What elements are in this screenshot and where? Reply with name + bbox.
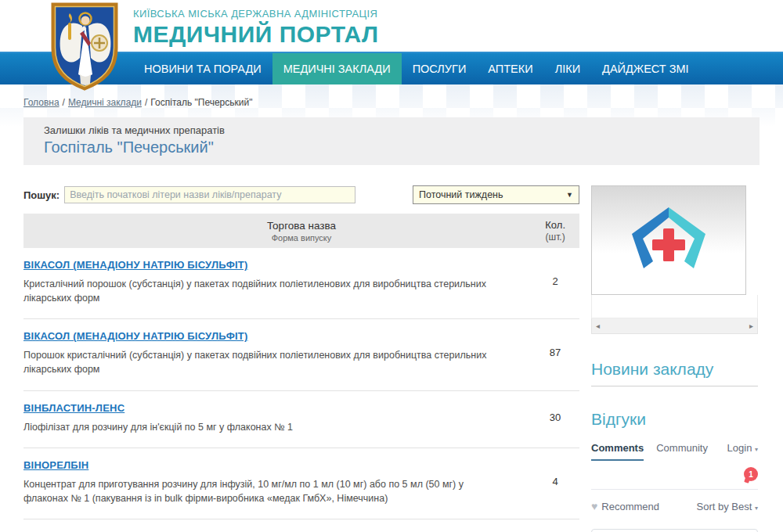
facility-photo [591,185,746,295]
sort-by-menu[interactable]: Sort by Best ▾ [697,501,758,512]
shield-icon [50,2,119,91]
breadcrumb-link-facilities[interactable]: Медичні заклади [68,97,142,108]
col-qty: Кол. [545,219,565,231]
admin-line: КИЇВСЬКА МІСЬКА ДЕРЖАВНА АДМІНІСТРАЦІЯ [133,8,783,20]
drug-list-panel: Пошук: Поточний тиждень ▼ Торгова назва … [23,185,579,532]
table-row: ВІНБЛАСТИН-ЛЕНСЛіофілізат для розчину дл… [23,391,579,448]
nav-item-5[interactable]: ДАЙДЖЕСТ ЗМІ [591,53,700,84]
drug-form: Ліофілізат для розчину для ін'єкцій по 5… [23,420,506,434]
table-header: Торгова назва Форма випуску Кол. (шт.) [23,214,579,248]
carousel-scrollbar[interactable]: ◂ ▸ [591,318,758,334]
nav-item-1[interactable]: МЕДИЧНІ ЗАКЛАДИ [272,53,402,84]
period-select-value: Поточний тиждень [419,189,503,200]
drug-qty: 87 [536,329,579,376]
col-release-form: Форма випуску [267,233,336,243]
chevron-down-icon: ▾ [755,505,758,512]
divider [591,386,758,386]
chevron-down-icon: ▼ [566,191,573,199]
nav-item-0[interactable]: НОВИНИ ТА ПОРАДИ [133,53,272,84]
news-heading: Новини закладу [591,360,758,379]
search-input[interactable] [64,186,355,203]
page-subtitle: Залишки ліків та медичних препаратів [44,124,739,136]
carousel-caption [591,295,758,318]
content: Головна/Медичні заклади/Госпіталь "Печер… [0,84,783,532]
drug-form: Кристалічний порошок (субстанція) у паке… [23,277,506,305]
col-qty-units: (шт.) [545,232,565,243]
carousel-next-icon[interactable]: ▸ [749,322,753,330]
drug-table-body: ВІКАСОЛ (МЕНАДІОНУ НАТРІЮ БІСУЛЬФІТ)Крис… [23,248,579,532]
kyiv-coat-of-arms-logo[interactable] [50,2,119,91]
breadcrumb-separator: / [145,97,147,108]
drug-link[interactable]: ВІКАСОЛ (МЕНАДІОНУ НАТРІЮ БІСУЛЬФІТ) [23,330,248,342]
drug-link[interactable]: ВІНОРЕЛБІН [23,459,88,471]
search-label: Пошук: [23,189,60,201]
table-row: ВІТОПРИЛ®Таблетки по 5 мг № 30 (10х3) у … [23,519,579,532]
breadcrumb: Головна/Медичні заклади/Госпіталь "Печер… [23,97,760,108]
table-row: ВІКАСОЛ (МЕНАДІОНУ НАТРІЮ БІСУЛЬФІТ)Крис… [23,248,579,319]
drug-qty: 30 [536,401,579,434]
page-title: Госпіталь "Печерський" [44,138,739,156]
breadcrumb-separator: / [63,97,65,108]
breadcrumb-current: Госпіталь "Печерський" [150,97,252,108]
col-trade-name: Торгова назва [267,220,336,232]
chevron-down-icon: ▾ [755,446,758,453]
search-row: Пошук: Поточний тиждень ▼ [23,185,579,204]
drug-link[interactable]: ВІНБЛАСТИН-ЛЕНС [23,402,124,414]
page: КИЇВСЬКА МІСЬКА ДЕРЖАВНА АДМІНІСТРАЦІЯ М… [0,0,783,532]
nav-item-4[interactable]: ЛІКИ [544,53,591,84]
comment-count-badge[interactable]: 1 [744,467,758,481]
disqus-actions: ♥Recommend Sort by Best ▾ [591,489,758,512]
heart-icon: ♥ [591,500,597,512]
nav-item-3[interactable]: АПТЕКИ [477,53,543,84]
carousel-prev-icon[interactable]: ◂ [596,322,600,330]
recommend-button[interactable]: ♥Recommend [591,500,659,512]
drug-qty: 4 [536,458,579,505]
drug-qty: 2 [536,257,579,305]
hospital-pentagon-cross-logo [621,204,716,276]
sidebar: ◂ ▸ Новини закладу Відгуки Comments Comm… [591,185,758,532]
reviews-heading: Відгуки [591,410,758,429]
table-row: ВІКАСОЛ (МЕНАДІОНУ НАТРІЮ БІСУЛЬФІТ)Поро… [23,319,579,390]
drug-form: Концентрат для приготування розчину для … [23,477,506,505]
tab-community[interactable]: Community [656,442,708,454]
tab-comments[interactable]: Comments [591,442,644,461]
disqus-tabs: Comments Community Login ▾ [591,442,758,461]
drug-link[interactable]: ВІКАСОЛ (МЕНАДІОНУ НАТРІЮ БІСУЛЬФІТ) [23,259,248,271]
login-menu[interactable]: Login ▾ [727,442,758,454]
breadcrumb-link-home[interactable]: Головна [23,97,60,108]
portal-title: МЕДИЧНИЙ ПОРТАЛ [133,21,783,48]
drug-qty: 5 [536,529,579,532]
badge-row: 1 [591,467,758,481]
period-select[interactable]: Поточний тиждень ▼ [413,185,579,204]
nav-item-2[interactable]: ПОСЛУГИ [402,53,478,84]
table-row: ВІНОРЕЛБІНКонцентрат для приготування ро… [23,448,579,519]
page-header-box: Залишки ліків та медичних препаратів Гос… [23,117,760,165]
comment-input[interactable]: Start the discussion... [591,529,758,532]
drug-form: Порошок кристалічний (субстанція) у паке… [23,348,506,376]
